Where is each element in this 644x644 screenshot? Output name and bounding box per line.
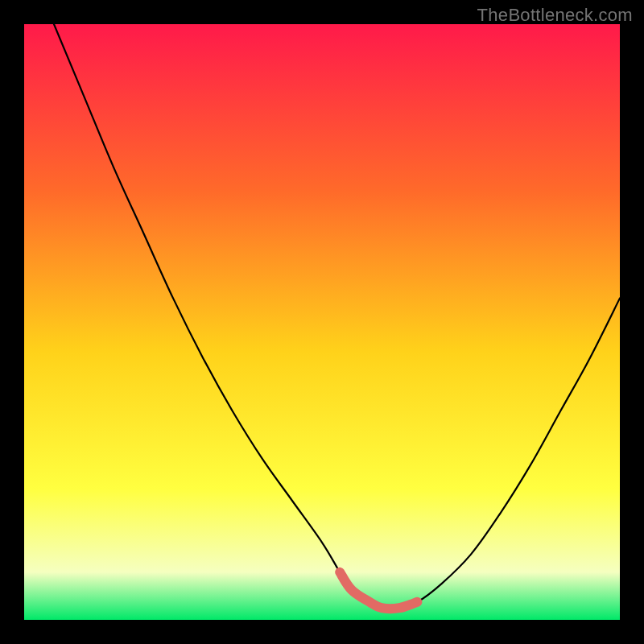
gradient-background [24, 24, 620, 620]
plot-area [24, 24, 620, 620]
credit-label: TheBottleneck.com [477, 5, 633, 26]
chart-svg [24, 24, 620, 620]
chart-container: TheBottleneck.com [0, 0, 644, 644]
